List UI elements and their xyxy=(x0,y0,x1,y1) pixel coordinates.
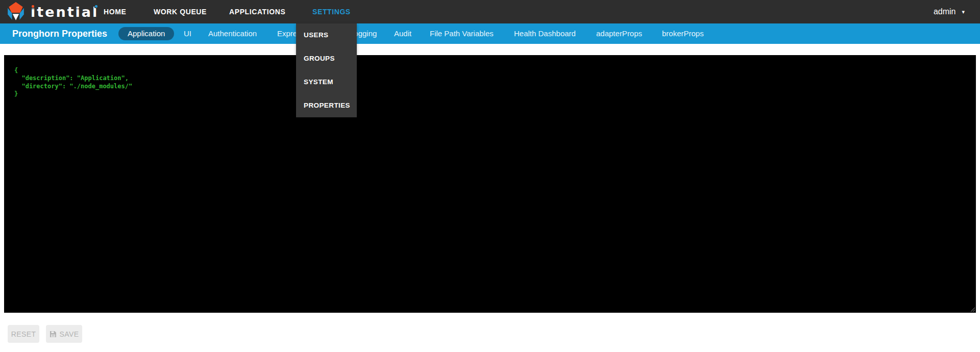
user-name: admin xyxy=(934,7,956,16)
properties-json-editor[interactable]: { "description": "Application", "directo… xyxy=(4,55,976,313)
menu-item-users[interactable]: USERS xyxy=(296,23,357,47)
tab-file-path-variables[interactable]: File Path Variables xyxy=(430,23,494,44)
tab-authentication[interactable]: Authentication xyxy=(208,23,257,44)
logo-dot-orange-icon xyxy=(31,5,35,8)
user-menu[interactable]: admin ▾ xyxy=(934,0,965,23)
menu-item-groups[interactable]: GROUPS xyxy=(296,47,357,70)
chevron-down-icon: ▾ xyxy=(962,9,965,15)
tab-audit[interactable]: Audit xyxy=(394,23,411,44)
reset-button[interactable]: RESET xyxy=(8,325,39,343)
menu-item-properties[interactable]: PROPERTIES xyxy=(296,94,357,117)
itential-logo[interactable]: itential xyxy=(6,2,99,22)
save-button[interactable]: SAVE xyxy=(46,325,82,343)
tab-adapterprops[interactable]: adapterProps xyxy=(596,23,642,44)
menu-item-system[interactable]: SYSTEM xyxy=(296,70,357,94)
logo-dot-blue-icon xyxy=(94,5,99,8)
tab-brokerprops[interactable]: brokerProps xyxy=(662,23,704,44)
nav-home[interactable]: HOME xyxy=(104,0,126,23)
save-button-label: SAVE xyxy=(60,330,79,338)
subnav-bar: Pronghorn Properties Application UI Auth… xyxy=(0,23,980,44)
resize-grip-icon[interactable] xyxy=(969,306,975,312)
itential-logo-icon xyxy=(6,2,26,22)
app-window: itential HOME WORK QUEUE APPLICATIONS SE… xyxy=(0,0,980,352)
page-title: Pronghorn Properties xyxy=(12,23,107,44)
logo-wordmark: itential xyxy=(31,4,99,20)
tab-application[interactable]: Application xyxy=(118,27,174,40)
top-nav-bar: itential HOME WORK QUEUE APPLICATIONS SE… xyxy=(0,0,980,23)
tab-health-dashboard[interactable]: Health Dashboard xyxy=(514,23,576,44)
tab-ui[interactable]: UI xyxy=(184,23,191,44)
nav-settings[interactable]: SETTINGS xyxy=(312,0,351,23)
floppy-disk-icon xyxy=(50,331,57,338)
reset-button-label: RESET xyxy=(11,330,36,338)
nav-applications[interactable]: APPLICATIONS xyxy=(229,0,285,23)
nav-work-queue[interactable]: WORK QUEUE xyxy=(154,0,207,23)
json-code[interactable]: { "description": "Application", "directo… xyxy=(4,55,976,98)
settings-dropdown-menu: USERS GROUPS SYSTEM PROPERTIES xyxy=(296,23,357,117)
